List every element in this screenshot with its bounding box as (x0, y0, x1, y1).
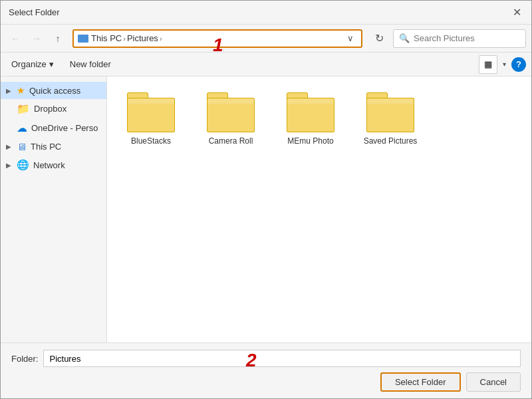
folder-bluestacks-label: BlueStacks (131, 136, 171, 146)
file-area: BlueStacks Camera Roll MEmu Photo (107, 76, 531, 342)
path-chevron-2: › (160, 35, 162, 43)
path-chevron-1: › (123, 35, 126, 43)
organize-arrow: ▾ (49, 59, 54, 69)
sidebar-item-this-pc[interactable]: ▶ 🖥 This PC (1, 138, 106, 156)
sidebar-item-network[interactable]: ▶ 🌐 Network (1, 156, 106, 174)
folder-row: Folder: (11, 350, 521, 367)
main-content: ▶ ★ Quick access 📁 Dropbox ☁ OneDrive - … (1, 76, 531, 342)
sidebar-label-network: Network (33, 160, 65, 170)
sidebar-item-quick-access[interactable]: ▶ ★ Quick access (1, 82, 106, 99)
folder-label: Folder: (11, 354, 38, 364)
refresh-button[interactable]: ↻ (369, 29, 389, 48)
navigation-bar: ← → ↑ This PC › Pictures › ∨ ↻ 🔍 (1, 25, 531, 53)
folder-saved-pictures-icon (366, 92, 414, 132)
cancel-button[interactable]: Cancel (466, 372, 521, 392)
sidebar-label-this-pc: This PC (31, 142, 61, 152)
search-input[interactable] (414, 33, 525, 43)
folder-camera-roll-label: Camera Roll (209, 136, 253, 146)
folder-saved-pictures-label: Saved Pictures (364, 136, 418, 146)
new-folder-button[interactable]: New folder (65, 57, 116, 71)
folder-memu-photo-icon (287, 92, 334, 132)
sidebar-item-dropbox[interactable]: 📁 Dropbox (1, 99, 106, 118)
folder-saved-pictures[interactable]: Saved Pictures (357, 87, 424, 151)
sidebar-label-onedrive: OneDrive - Perso (31, 123, 98, 133)
bottom-bar: Folder: Select Folder Cancel (1, 342, 531, 398)
button-row: Select Folder Cancel (11, 372, 521, 392)
this-pc-arrow: ▶ (6, 143, 11, 150)
address-dropdown-button[interactable]: ∨ (344, 31, 357, 47)
network-icon: 🌐 (17, 159, 29, 171)
sidebar-label-quick-access: Quick access (29, 86, 80, 96)
title-bar: Select Folder ✕ (1, 1, 531, 25)
view-button[interactable]: ▦ (479, 55, 497, 74)
network-arrow: ▶ (6, 162, 11, 169)
dialog-title: Select Folder (9, 7, 60, 17)
close-button[interactable]: ✕ (510, 6, 523, 19)
organize-button[interactable]: Organize ▾ (6, 57, 59, 71)
quick-access-icon: ★ (17, 85, 25, 96)
folder-camera-roll[interactable]: Camera Roll (198, 87, 264, 151)
select-folder-dialog: Select Folder ✕ ← → ↑ This PC › Pictures… (0, 0, 532, 399)
address-bar[interactable]: This PC › Pictures › ∨ (72, 29, 362, 48)
folder-bluestacks-icon (127, 92, 175, 132)
path-pictures: Pictures (127, 33, 158, 43)
up-button[interactable]: ↑ (49, 29, 67, 48)
new-folder-label: New folder (70, 59, 111, 69)
folder-input[interactable] (43, 350, 521, 367)
sidebar: ▶ ★ Quick access 📁 Dropbox ☁ OneDrive - … (1, 76, 107, 342)
address-pc-icon (78, 35, 88, 43)
address-path: This PC › Pictures › (91, 33, 341, 43)
dropbox-icon: 📁 (17, 102, 30, 115)
search-icon: 🔍 (399, 33, 410, 43)
view-dropdown-arrow[interactable]: ▾ (503, 61, 506, 68)
folder-bluestacks[interactable]: BlueStacks (118, 87, 184, 151)
sidebar-label-dropbox: Dropbox (34, 104, 66, 114)
quick-access-arrow: ▶ (6, 87, 11, 94)
sidebar-item-onedrive[interactable]: ☁ OneDrive - Perso (1, 118, 106, 138)
path-this-pc: This PC (91, 33, 122, 43)
folder-memu-photo-label: MEmu Photo (287, 136, 333, 146)
search-box[interactable]: 🔍 (393, 29, 526, 48)
forward-button[interactable]: → (27, 29, 46, 48)
select-folder-button[interactable]: Select Folder (380, 372, 461, 392)
this-pc-icon: 🖥 (17, 141, 27, 152)
back-button[interactable]: ← (6, 29, 25, 48)
onedrive-icon: ☁ (17, 122, 27, 134)
folder-memu-photo[interactable]: MEmu Photo (277, 87, 344, 151)
organize-label: Organize (11, 59, 47, 69)
toolbar: Organize ▾ New folder ▦ ▾ ? (1, 53, 531, 76)
folder-camera-roll-icon (207, 92, 255, 132)
help-button[interactable]: ? (511, 57, 526, 72)
